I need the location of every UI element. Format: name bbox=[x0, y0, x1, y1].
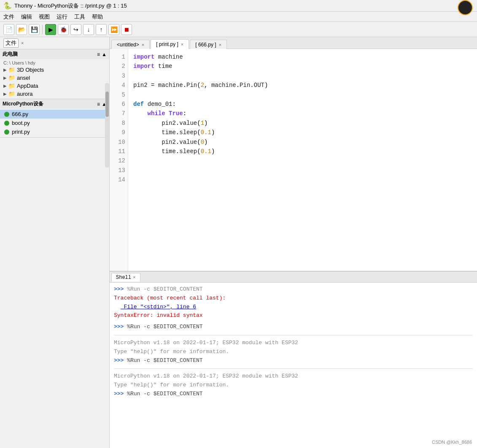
stop-button[interactable]: ⏹ bbox=[121, 24, 132, 35]
step-into-button[interactable]: ↓ bbox=[83, 24, 94, 35]
file-bootpy[interactable]: boot.py bbox=[0, 119, 109, 127]
shell-output1: >>> %Run -c $EDITOR_CONTENT bbox=[114, 285, 473, 294]
editor-area: <untitled> × [ print.py ] × [ 666.py ] ×… bbox=[110, 37, 477, 448]
device-section-title: MicroPython设备 bbox=[3, 100, 43, 108]
step-out-button[interactable]: ↑ bbox=[96, 24, 107, 35]
shell-traceback-link[interactable]: File "<stdin>", line 6 bbox=[121, 304, 196, 310]
shell-traceback2: File "<stdin>", line 6 bbox=[114, 303, 473, 312]
toolbar: 📄 📂 💾 ▶ 🐞 ↪ ↓ ↑ ⏩ ⏹ bbox=[0, 22, 477, 37]
file-666py-label: 666.py bbox=[12, 111, 28, 117]
shell-cmd1: %Run -c $EDITOR_CONTENT bbox=[127, 286, 202, 292]
shell-prompt3: >>> bbox=[114, 357, 127, 364]
panel-collapse-icon[interactable]: ▲ bbox=[102, 51, 107, 57]
file-dot-bootpy bbox=[4, 121, 9, 126]
tab-untitled-label: <untitled> bbox=[117, 42, 139, 48]
expand-icon: ▶ bbox=[3, 84, 7, 88]
line-numbers: 123456 789101112 1314 bbox=[110, 49, 128, 271]
watermark: CSDN @Kkh_8686 bbox=[432, 440, 472, 445]
tab-666py-close[interactable]: × bbox=[219, 42, 221, 47]
folder-label: 3D Objects bbox=[17, 67, 44, 73]
folder-icon: 📁 bbox=[8, 75, 15, 81]
titlebar: 🐍 Thonny - MicroPython设备 :: /print.py @ … bbox=[0, 0, 477, 12]
local-scrollbar[interactable] bbox=[105, 83, 109, 167]
shell-tab-label: Shell bbox=[116, 275, 131, 281]
folder-icon: 📁 bbox=[8, 91, 15, 97]
file-printpy[interactable]: print.py bbox=[0, 127, 109, 136]
shell-output4: >>> %Run -c $EDITOR_CONTENT bbox=[114, 390, 473, 399]
file-666py[interactable]: 666.py bbox=[0, 110, 109, 119]
shell-prompt1: >>> bbox=[114, 286, 127, 292]
shell-cmd4: %Run -c $EDITOR_CONTENT bbox=[127, 391, 202, 397]
avatar bbox=[458, 0, 473, 15]
tab-printpy[interactable]: [ print.py ] × bbox=[151, 39, 189, 49]
shell-output2: >>> %Run -c $EDITOR_CONTENT bbox=[114, 323, 473, 332]
local-section-header: 此电脑 ≡ ▲ bbox=[0, 49, 109, 59]
expand-icon: ▶ bbox=[3, 76, 7, 80]
save-button[interactable]: 💾 bbox=[29, 24, 40, 35]
files-tab-label[interactable]: 文件 bbox=[3, 38, 19, 48]
code-editor[interactable]: 123456 789101112 1314 import machine imp… bbox=[110, 49, 477, 271]
main-layout: 文件 × 此电脑 ≡ ▲ C: \ Users \ hdy ▶ 📁 bbox=[0, 37, 477, 448]
folder-ansel[interactable]: ▶ 📁 ansel bbox=[0, 74, 109, 82]
files-tab-close[interactable]: × bbox=[21, 40, 24, 46]
shell-output3: >>> %Run -c $EDITOR_CONTENT bbox=[114, 356, 473, 365]
sidebar-files-tab: 文件 × bbox=[0, 37, 109, 49]
run-button[interactable]: ▶ bbox=[45, 24, 56, 35]
shell-sep2 bbox=[114, 368, 473, 369]
shell-cmd3: %Run -c $EDITOR_CONTENT bbox=[127, 357, 202, 364]
menu-run[interactable]: 运行 bbox=[57, 13, 67, 21]
shell-sep1 bbox=[114, 335, 473, 335]
shell-prompt2: >>> bbox=[114, 324, 127, 330]
new-button[interactable]: 📄 bbox=[3, 24, 14, 35]
local-section-title: 此电脑 bbox=[3, 51, 18, 58]
panel-sort-icon[interactable]: ≡ bbox=[97, 51, 100, 57]
resume-button[interactable]: ⏩ bbox=[108, 24, 119, 35]
shell-traceback3: SyntaxError: invalid syntax bbox=[114, 311, 473, 320]
menu-help[interactable]: 帮助 bbox=[92, 13, 103, 21]
device-section-header: MicroPython设备 ≡ ▲ bbox=[0, 99, 109, 109]
folder-aurora[interactable]: ▶ 📁 aurora bbox=[0, 90, 109, 98]
menu-view[interactable]: 视图 bbox=[39, 13, 50, 21]
tab-666py[interactable]: [ 666.py ] × bbox=[190, 40, 227, 49]
shell-info1-2: Type "help()" for more information. bbox=[114, 348, 473, 356]
device-section: MicroPython设备 ≡ ▲ 666.py boot.py bbox=[0, 99, 109, 138]
menu-edit[interactable]: 编辑 bbox=[21, 13, 32, 21]
app-title: Thonny - MicroPython设备 :: /print.py @ 1 … bbox=[14, 2, 127, 10]
shell-traceback1: Traceback (most recent call last): bbox=[114, 294, 473, 303]
local-tree: C: \ Users \ hdy ▶ 📁 3D Objects ▶ 📁 anse… bbox=[0, 59, 109, 99]
sidebar: 文件 × 此电脑 ≡ ▲ C: \ Users \ hdy ▶ 📁 bbox=[0, 37, 110, 448]
folder-label: aurora bbox=[17, 91, 33, 97]
app-logo: 🐍 bbox=[3, 2, 12, 10]
tab-untitled-close[interactable]: × bbox=[142, 42, 144, 47]
code-content[interactable]: import machine import time pin2 = machin… bbox=[128, 49, 477, 271]
shell-tab-close[interactable]: × bbox=[133, 275, 136, 280]
tab-untitled[interactable]: <untitled> × bbox=[111, 40, 150, 49]
menu-tools[interactable]: 工具 bbox=[74, 13, 85, 21]
shell-tab[interactable]: Shell × bbox=[111, 273, 140, 282]
tab-bar: <untitled> × [ print.py ] × [ 666.py ] × bbox=[110, 37, 477, 49]
titlebar-left: 🐍 Thonny - MicroPython设备 :: /print.py @ … bbox=[3, 2, 127, 10]
tab-printpy-close[interactable]: × bbox=[181, 42, 183, 47]
step-over-button[interactable]: ↪ bbox=[70, 24, 81, 35]
shell-info2-2: Type "help()" for more information. bbox=[114, 381, 473, 390]
debug-button[interactable]: 🐞 bbox=[58, 24, 69, 35]
menu-file[interactable]: 文件 bbox=[3, 13, 14, 21]
local-path: C: \ Users \ hdy bbox=[0, 60, 109, 66]
folder-label: ansel bbox=[17, 75, 30, 81]
shell-panel: Shell × >>> %Run -c $EDITOR_CONTENT Trac… bbox=[110, 271, 477, 448]
file-dot-printpy bbox=[4, 130, 9, 135]
expand-icon: ▶ bbox=[3, 92, 7, 96]
folder-appdata[interactable]: ▶ 📁 AppData bbox=[0, 82, 109, 90]
shell-prompt4: >>> bbox=[114, 391, 127, 397]
device-sort-icon[interactable]: ≡ bbox=[97, 101, 100, 107]
open-button[interactable]: 📂 bbox=[16, 24, 27, 35]
folder-3d-objects[interactable]: ▶ 📁 3D Objects bbox=[0, 66, 109, 74]
file-dot-666py bbox=[4, 112, 9, 117]
shell-content[interactable]: >>> %Run -c $EDITOR_CONTENT Traceback (m… bbox=[110, 283, 477, 448]
tab-printpy-label: [ print.py ] bbox=[156, 41, 178, 47]
toolbar-sep1 bbox=[42, 25, 43, 34]
file-bootpy-label: boot.py bbox=[12, 120, 30, 126]
shell-cmd2: %Run -c $EDITOR_CONTENT bbox=[127, 324, 202, 330]
expand-icon: ▶ bbox=[3, 67, 7, 72]
shell-info2-1: MicroPython v1.18 on 2022-01-17; ESP32 m… bbox=[114, 372, 473, 381]
